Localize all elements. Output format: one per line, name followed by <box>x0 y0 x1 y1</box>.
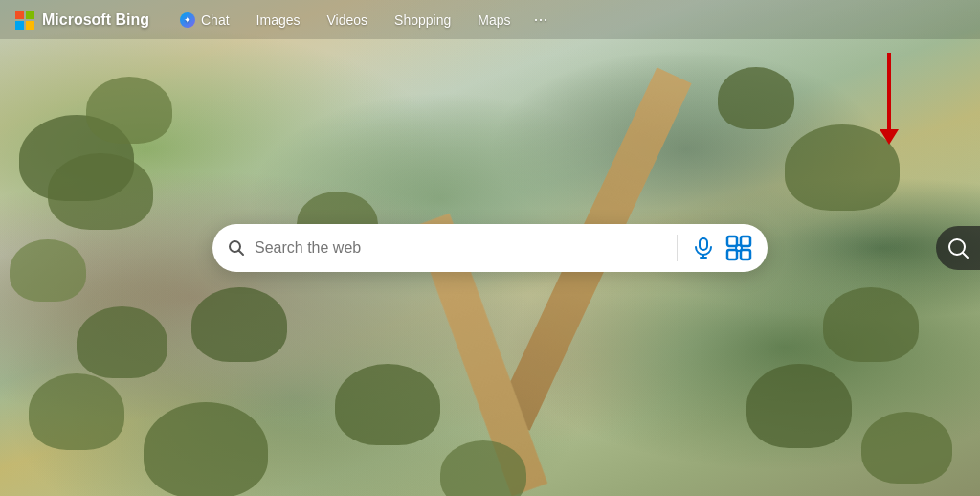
svg-line-11 <box>963 253 968 258</box>
nav-item-chat[interactable]: ✦ Chat <box>168 7 241 34</box>
svg-rect-7 <box>727 250 737 259</box>
nav-chat-label: Chat <box>201 12 230 28</box>
tree-decoration <box>746 364 852 448</box>
tree-decoration <box>335 364 440 445</box>
bing-logo[interactable]: Microsoft Bing <box>15 11 149 30</box>
tree-decoration <box>823 287 919 362</box>
nav-images-label: Images <box>256 12 301 28</box>
tree-decoration <box>861 412 952 484</box>
svg-rect-2 <box>700 238 707 250</box>
svg-rect-6 <box>741 237 750 246</box>
microsoft-logo <box>15 11 34 30</box>
visual-search-button[interactable] <box>725 235 752 261</box>
red-arrow-indicator <box>880 53 899 145</box>
microphone-icon[interactable] <box>691 234 716 262</box>
tree-decoration <box>86 77 172 144</box>
search-icon <box>228 239 245 257</box>
navbar: Microsoft Bing ✦ Chat Images Videos Shop… <box>0 0 980 39</box>
arrow-head <box>880 129 899 145</box>
tree-decoration <box>718 67 794 129</box>
nav-more-button[interactable]: ··· <box>525 6 555 34</box>
arrow-shaft <box>887 53 891 129</box>
nav-items: ✦ Chat Images Videos Shopping Maps ··· <box>168 6 555 34</box>
nav-maps-label: Maps <box>478 12 510 28</box>
nav-item-shopping[interactable]: Shopping <box>383 7 462 34</box>
search-input[interactable] <box>255 239 663 257</box>
svg-line-1 <box>239 251 244 256</box>
nav-item-images[interactable]: Images <box>245 7 312 34</box>
tree-decoration <box>29 373 124 450</box>
svg-rect-5 <box>727 237 737 246</box>
nav-videos-label: Videos <box>327 12 368 28</box>
ms-logo-blue <box>15 21 24 30</box>
svg-point-9 <box>736 245 742 251</box>
tree-decoration <box>144 402 268 496</box>
ms-logo-yellow <box>26 21 34 30</box>
tree-decoration <box>10 239 86 302</box>
tree-decoration <box>77 306 167 378</box>
ms-logo-green <box>26 11 34 19</box>
nav-item-videos[interactable]: Videos <box>316 7 380 34</box>
side-search-button[interactable] <box>936 226 980 270</box>
ms-logo-red <box>15 11 24 19</box>
search-box <box>212 224 768 272</box>
brand-name: Microsoft Bing <box>42 11 149 29</box>
search-container <box>212 224 768 272</box>
chat-bubble-icon: ✦ <box>180 12 195 28</box>
search-divider <box>677 235 678 261</box>
nav-shopping-label: Shopping <box>394 12 451 28</box>
nav-item-maps[interactable]: Maps <box>466 7 522 34</box>
tree-decoration <box>191 287 287 362</box>
svg-rect-8 <box>741 250 750 259</box>
tree-decoration <box>48 153 153 230</box>
